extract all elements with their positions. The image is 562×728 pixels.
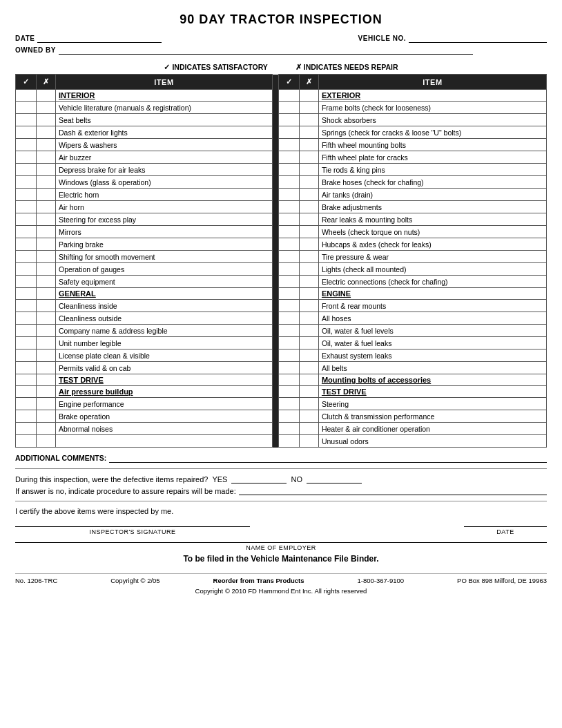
left-x-cell <box>37 374 56 386</box>
inspection-table: ✓ ✗ ITEM ✓ ✗ ITEM INTERIOR EXTERIOR Vehi… <box>15 74 547 448</box>
left-check-cell <box>16 398 37 410</box>
left-item-cell: Parking brake <box>56 238 273 251</box>
left-item-cell: Company name & address legible <box>56 325 273 337</box>
left-check-cell <box>16 325 37 337</box>
right-check-cell <box>278 139 299 151</box>
divider-col <box>272 312 278 325</box>
left-x-cell <box>37 337 56 349</box>
left-item-cell: Air horn <box>56 201 273 213</box>
right-x-cell <box>299 176 318 189</box>
right-x-cell <box>299 276 318 288</box>
right-x-cell <box>299 362 318 374</box>
table-row: Parking brake Hubcaps & axles (check for… <box>16 238 547 251</box>
left-x-cell <box>37 126 56 139</box>
right-x-cell <box>299 325 318 337</box>
right-item-cell: Mounting bolts of accessories <box>318 374 546 386</box>
left-check-cell <box>16 238 37 251</box>
right-item-cell: Brake hoses (check for chafing) <box>318 176 546 189</box>
table-row: Dash & exterior lights Springs (check fo… <box>16 126 547 139</box>
right-check-cell <box>278 114 299 126</box>
separator-2 <box>15 501 547 501</box>
table-row: Shifting for smooth movement Tire pressu… <box>16 251 547 263</box>
right-section-header: TEST DRIVE <box>318 386 546 398</box>
left-item-header: ITEM <box>56 75 273 90</box>
right-item-cell: Oil, water & fuel levels <box>318 325 546 337</box>
right-x-cell <box>299 300 318 312</box>
left-item-cell <box>56 435 273 448</box>
no-label: NO <box>291 475 302 483</box>
right-check-cell <box>278 312 299 325</box>
table-row: Windows (glass & operation) Brake hoses … <box>16 176 547 189</box>
question-2-text: If answer is no, indicate procedure to a… <box>15 487 236 495</box>
left-item-cell: Depress brake for air leaks <box>56 164 273 176</box>
right-check-cell <box>278 226 299 238</box>
table-row: Mirrors Wheels (check torque on nuts) <box>16 226 547 238</box>
left-section-header: TEST DRIVE <box>56 374 273 386</box>
left-check-cell <box>16 386 37 398</box>
table-row: GENERAL ENGINE <box>16 288 547 300</box>
date-signature-block: DATE <box>464 526 547 535</box>
left-item-cell: Steering for excess play <box>56 213 273 226</box>
divider-col <box>272 102 278 114</box>
file-binder-text: To be filed in the Vehicle Maintenance F… <box>15 554 547 564</box>
employer-line <box>15 542 547 543</box>
no-line <box>307 475 362 483</box>
left-item-cell: Operation of gauges <box>56 263 273 276</box>
left-check-cell <box>16 226 37 238</box>
owned-label: OWNED BY <box>15 46 56 54</box>
table-row: Company name & address legible Oil, wate… <box>16 325 547 337</box>
divider-col <box>272 410 278 423</box>
left-check-cell <box>16 213 37 226</box>
left-x-cell <box>37 139 56 151</box>
divider-col <box>272 151 278 164</box>
right-x-cell <box>299 126 318 139</box>
left-item-cell: Safety equipment <box>56 276 273 288</box>
footer-phone: 1-800-367-9100 <box>358 577 405 584</box>
right-check-cell <box>278 300 299 312</box>
employer-row: NAME OF EMPLOYER <box>15 542 547 551</box>
left-check-cell <box>16 349 37 362</box>
right-item-cell: Tie rods & king pins <box>318 164 546 176</box>
right-check-cell <box>278 263 299 276</box>
left-item-cell: Abnormal noises <box>56 423 273 435</box>
divider-col <box>272 126 278 139</box>
divider-col <box>272 114 278 126</box>
legend-satisfactory: ✓ INDICATES SATISFACTORY <box>164 63 267 71</box>
right-item-cell: Wheels (check torque on nuts) <box>318 226 546 238</box>
right-check-cell <box>278 213 299 226</box>
divider-col <box>272 349 278 362</box>
left-check-cell <box>16 435 37 448</box>
divider-col <box>272 201 278 213</box>
divider <box>272 75 278 90</box>
yes-line <box>231 475 287 483</box>
table-row: License plate clean & visible Exhaust sy… <box>16 349 547 362</box>
left-check-cell <box>16 114 37 126</box>
right-check-cell <box>278 276 299 288</box>
left-x-cell <box>37 288 56 300</box>
right-x-cell <box>299 238 318 251</box>
divider-col <box>272 300 278 312</box>
inspector-sig-label: INSPECTOR'S SIGNATURE <box>90 528 176 535</box>
right-x-cell <box>299 151 318 164</box>
right-check-cell <box>278 201 299 213</box>
right-x-cell <box>299 386 318 398</box>
divider-col <box>272 139 278 151</box>
divider-col <box>272 386 278 398</box>
right-item-cell: Fifth wheel mounting bolts <box>318 139 546 151</box>
inspector-signature-block: INSPECTOR'S SIGNATURE <box>15 526 250 535</box>
right-x-cell <box>299 349 318 362</box>
left-check-cell <box>16 176 37 189</box>
left-x-cell <box>37 176 56 189</box>
right-item-cell: Oil, water & fuel leaks <box>318 337 546 349</box>
right-x-cell <box>299 189 318 201</box>
left-check-cell <box>16 139 37 151</box>
left-x-cell <box>37 398 56 410</box>
right-item-cell: Electric connections (check for chafing) <box>318 276 546 288</box>
left-item-cell: Dash & exterior lights <box>56 126 273 139</box>
left-x-cell <box>37 362 56 374</box>
certify-text: I certify the above items were inspected… <box>15 507 547 515</box>
right-check-cell <box>278 337 299 349</box>
divider-col <box>272 288 278 300</box>
question-1: During this inspection, were the defecti… <box>15 475 547 483</box>
legend: ✓ INDICATES SATISFACTORY ✗ INDICATES NEE… <box>15 60 547 74</box>
